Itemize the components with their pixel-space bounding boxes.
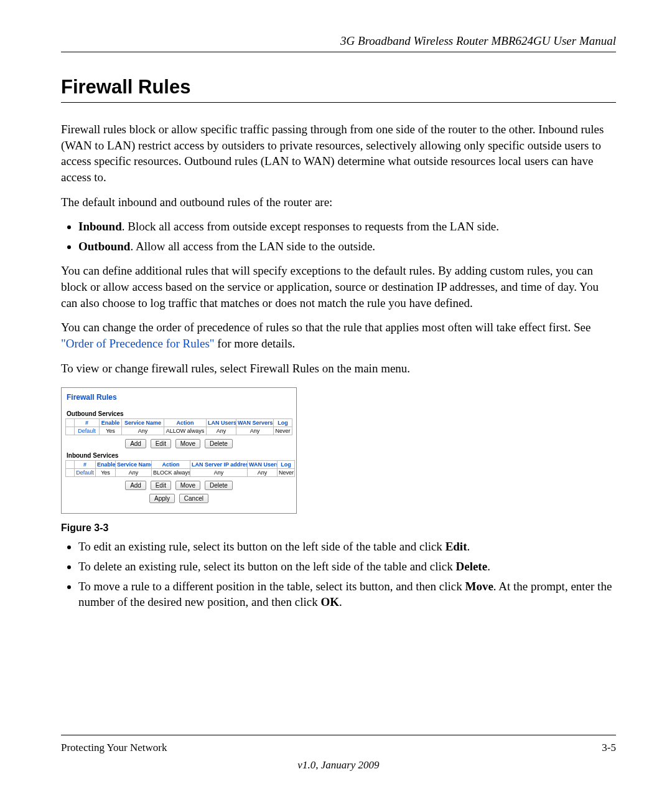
cell	[66, 427, 75, 435]
col-log: Log	[278, 461, 295, 469]
delete-button[interactable]: Delete	[205, 439, 233, 448]
list-item: To move a rule to a different position i…	[78, 578, 616, 610]
list-item: Outbound. Allow all access from the LAN …	[78, 238, 616, 255]
cell: Never	[274, 427, 292, 435]
col-num: #	[75, 461, 96, 469]
table-header-row: # Enable Service Name Action LAN Users W…	[66, 419, 292, 427]
col-wan: WAN Servers	[236, 419, 274, 427]
edit-button[interactable]: Edit	[151, 481, 171, 490]
table-row[interactable]: Default Yes Any ALLOW always Any Any Nev…	[66, 427, 292, 435]
table-row[interactable]: Default Yes Any BLOCK always Any Any Nev…	[66, 469, 295, 477]
paragraph: You can define additional rules that wil…	[61, 263, 616, 311]
section-heading: Firewall Rules	[61, 76, 616, 103]
paragraph: You can change the order of precedence o…	[61, 319, 616, 351]
text-bold: OK	[320, 595, 339, 608]
cell: ALLOW always	[164, 427, 207, 435]
cell: Any	[236, 427, 274, 435]
cell: Any	[207, 427, 236, 435]
paragraph: To view or change firewall rules, select…	[61, 361, 616, 377]
inbound-buttons: Add Edit Move Delete	[65, 481, 292, 490]
move-button[interactable]: Move	[175, 481, 200, 490]
list-item: Inbound. Block all access from outside e…	[78, 219, 616, 235]
col-enable: Enable	[96, 461, 116, 469]
form-buttons: Apply Cancel	[65, 494, 292, 503]
instructions-list: To edit an existing rule, select its but…	[61, 539, 616, 610]
text: router	[284, 196, 312, 209]
inbound-table: # Enable Service Name Action LAN Server …	[65, 460, 295, 477]
label-outbound: Outbound	[78, 240, 130, 253]
firewall-rules-screenshot: Firewall Rules Outbound Services # Enabl…	[61, 387, 297, 514]
text: .	[467, 540, 470, 553]
table-header-row: # Enable Service Name Action LAN Server …	[66, 461, 295, 469]
col-action: Action	[164, 419, 207, 427]
cell: Any	[248, 469, 278, 477]
page-header: 3G Broadband Wireless Router MBR624GU Us…	[61, 34, 616, 52]
col-radio	[66, 461, 75, 469]
screenshot-title: Firewall Rules	[67, 393, 292, 402]
text: are:	[312, 196, 332, 209]
col-wan: WAN Users	[248, 461, 278, 469]
label-inbound: Inbound	[78, 220, 122, 233]
cell: Any	[122, 427, 164, 435]
paragraph: Firewall rules block or allow specific t…	[61, 121, 616, 186]
add-button[interactable]: Add	[125, 481, 146, 490]
cell: Never	[278, 469, 295, 477]
cell: Any	[116, 469, 152, 477]
col-radio	[66, 419, 75, 427]
text: You can change the order of precedence o…	[61, 321, 590, 334]
figure: Firewall Rules Outbound Services # Enabl…	[61, 387, 616, 534]
cell: BLOCK always	[152, 469, 190, 477]
cross-ref-link[interactable]: "Order of Precedence for Rules"	[61, 337, 215, 350]
page-footer: Protecting Your Network 3-5 v1.0, Januar…	[61, 735, 616, 772]
default-rules-list: Inbound. Block all access from outside e…	[61, 219, 616, 254]
text: .	[487, 560, 490, 573]
cell	[66, 469, 75, 477]
paragraph: The default inbound and outbound rules o…	[61, 194, 616, 210]
cancel-button[interactable]: Cancel	[179, 494, 208, 503]
text: . Allow all access from the LAN side to …	[130, 240, 375, 253]
col-lan-ip: LAN Server IP address	[190, 461, 248, 469]
cell: Default	[75, 469, 96, 477]
edit-button[interactable]: Edit	[151, 439, 171, 448]
col-action: Action	[152, 461, 190, 469]
col-log: Log	[274, 419, 292, 427]
apply-button[interactable]: Apply	[149, 494, 175, 503]
col-service: Service Name	[122, 419, 164, 427]
figure-caption: Figure 3-3	[61, 522, 616, 534]
footer-right: 3-5	[602, 742, 616, 754]
cell: Yes	[100, 427, 122, 435]
cell: Yes	[96, 469, 116, 477]
text: The default inbound and outbound rules o…	[61, 196, 284, 209]
col-service: Service Name	[116, 461, 152, 469]
text-bold: Edit	[446, 540, 467, 553]
col-lan: LAN Users	[207, 419, 236, 427]
footer-version: v1.0, January 2009	[61, 759, 616, 772]
delete-button[interactable]: Delete	[205, 481, 233, 490]
move-button[interactable]: Move	[175, 439, 200, 448]
col-enable: Enable	[100, 419, 122, 427]
text-bold: Move	[465, 580, 493, 593]
footer-left: Protecting Your Network	[61, 742, 167, 754]
text: To move a rule to a different position i…	[78, 580, 465, 593]
cell: Default	[75, 427, 100, 435]
list-item: To edit an existing rule, select its but…	[78, 539, 616, 555]
text: for more details.	[215, 337, 296, 350]
add-button[interactable]: Add	[125, 439, 146, 448]
list-item: To delete an existing rule, select its b…	[78, 559, 616, 575]
outbound-table: # Enable Service Name Action LAN Users W…	[65, 418, 292, 435]
outbound-buttons: Add Edit Move Delete	[65, 439, 292, 448]
text: .	[339, 595, 342, 608]
col-num: #	[75, 419, 100, 427]
text-bold: Delete	[456, 560, 488, 573]
text: To delete an existing rule, select its b…	[78, 560, 456, 573]
inbound-services-label: Inbound Services	[67, 452, 292, 459]
text: To edit an existing rule, select its but…	[78, 540, 446, 553]
cell: Any	[190, 469, 248, 477]
text: . Block all access from outside except r…	[122, 220, 499, 233]
outbound-services-label: Outbound Services	[67, 410, 292, 417]
